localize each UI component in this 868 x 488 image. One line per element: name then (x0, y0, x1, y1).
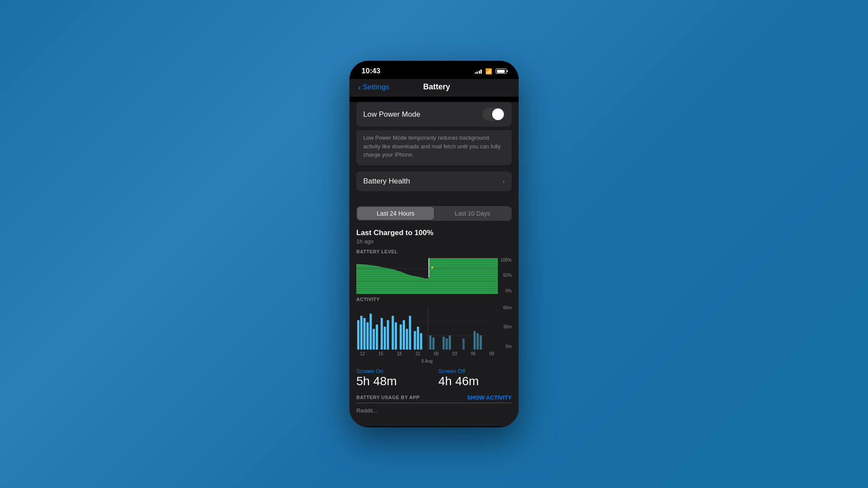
svg-rect-31 (449, 335, 451, 350)
wifi-icon: 📶 (485, 68, 492, 75)
svg-rect-22 (409, 316, 411, 350)
phone-screen: 10:43 📶 ‹ Settings Battery Low Po (349, 61, 519, 427)
battery-health-label: Battery Health (363, 177, 503, 186)
screen-off-stat: Screen Off 4h 46m (438, 368, 512, 388)
battery-chart: ⚡ (356, 256, 498, 295)
battery-usage-label: BATTERY USAGE BY APP (356, 395, 420, 400)
back-chevron-icon: ‹ (358, 83, 361, 92)
x-label-06: 06 (467, 351, 479, 356)
svg-rect-7 (357, 320, 359, 350)
battery-chart-section: BATTERY LEVEL (349, 247, 519, 295)
svg-rect-10 (366, 322, 368, 350)
low-power-row: Low Power Mode (356, 102, 512, 127)
screen-on-value: 5h 48m (356, 374, 430, 388)
x-label-18: 18 (393, 351, 405, 356)
svg-rect-16 (387, 320, 389, 350)
activity-y-labels: 60m 30m 0m (498, 304, 512, 350)
battery-y-labels: 100% 50% 0% (498, 256, 512, 295)
signal-icon (475, 69, 482, 74)
status-icons: 📶 (475, 68, 507, 75)
screen-off-value: 4h 46m (438, 374, 512, 388)
svg-rect-11 (370, 314, 372, 350)
svg-rect-18 (395, 322, 397, 350)
nav-bar: ‹ Settings Battery (349, 79, 519, 97)
status-time: 10:43 (362, 67, 380, 75)
y-label-0: 0% (506, 288, 512, 293)
svg-rect-21 (406, 329, 408, 350)
battery-health-row[interactable]: Battery Health › (356, 171, 512, 191)
svg-rect-23 (414, 331, 416, 350)
svg-rect-19 (400, 324, 402, 350)
svg-rect-17 (392, 316, 394, 350)
screen-off-label: Screen Off (438, 368, 512, 374)
svg-rect-30 (446, 338, 448, 350)
svg-rect-24 (417, 327, 419, 350)
tab-selector: Last 24 Hours Last 10 Days (356, 206, 512, 221)
svg-rect-33 (473, 331, 476, 350)
low-power-toggle[interactable] (483, 108, 505, 121)
battery-icon (496, 69, 506, 74)
date-text: 6 Aug (421, 359, 433, 364)
date-label: 6 Aug (356, 357, 498, 364)
charged-section: Last Charged to 100% 1h ago (349, 224, 519, 247)
svg-rect-28 (432, 337, 434, 350)
y-label-0m: 0m (506, 344, 512, 349)
y-label-60m: 60m (503, 305, 512, 310)
svg-text:⚡: ⚡ (430, 265, 435, 270)
activity-chart-section: ACTIVITY (349, 295, 519, 364)
svg-rect-15 (384, 327, 386, 350)
svg-rect-20 (403, 320, 405, 350)
low-power-description: Low Power Mode temporarily reduces backg… (356, 130, 512, 165)
tab-section: Last 24 Hours Last 10 Days (356, 206, 512, 221)
page-title: Battery (389, 82, 484, 92)
charged-subtitle: 1h ago (356, 238, 512, 245)
x-label-15: 15 (375, 351, 387, 356)
low-power-label: Low Power Mode (363, 110, 483, 119)
app-name: Reddit... (356, 407, 377, 414)
x-label-09: 09 (486, 351, 498, 356)
x-label-00: 00 (430, 351, 442, 356)
battery-health-section[interactable]: Battery Health › (356, 171, 512, 191)
svg-rect-34 (477, 333, 479, 350)
svg-rect-25 (420, 333, 422, 350)
tab-24h[interactable]: Last 24 Hours (357, 207, 434, 220)
toggle-knob (492, 108, 504, 120)
screen-on-label: Screen On (356, 368, 430, 374)
app-usage-row: Reddit... (349, 401, 519, 416)
svg-rect-14 (381, 318, 383, 350)
activity-label: ACTIVITY (356, 297, 512, 302)
spacer-top (349, 97, 519, 102)
svg-rect-32 (463, 338, 465, 350)
battery-usage-section: BATTERY USAGE BY APP SHOW ACTIVITY (349, 392, 519, 401)
svg-rect-9 (363, 318, 365, 350)
svg-rect-8 (360, 316, 362, 350)
y-label-100: 100% (500, 258, 512, 262)
show-activity-button[interactable]: SHOW ACTIVITY (467, 394, 512, 401)
screen-stats: Screen On 5h 48m Screen Off 4h 46m (349, 364, 519, 392)
chevron-right-icon: › (503, 178, 505, 185)
y-label-50: 50% (503, 273, 512, 278)
svg-rect-35 (480, 335, 482, 350)
status-bar: 10:43 📶 (349, 61, 519, 79)
x-label-12: 12 (356, 351, 368, 356)
battery-level-label: BATTERY LEVEL (356, 249, 512, 254)
charged-title: Last Charged to 100% (356, 229, 512, 237)
svg-rect-29 (443, 337, 445, 350)
svg-rect-27 (429, 335, 431, 350)
scroll-content: Low Power Mode Low Power Mode temporaril… (349, 97, 519, 426)
svg-rect-12 (373, 329, 375, 350)
tab-10d[interactable]: Last 10 Days (434, 207, 511, 220)
x-label-21: 21 (412, 351, 424, 356)
activity-chart (356, 307, 498, 350)
low-power-section: Low Power Mode (356, 102, 512, 127)
svg-rect-13 (376, 324, 378, 350)
screen-on-stat: Screen On 5h 48m (356, 368, 430, 388)
x-axis-labels: 12 15 18 21 00 03 06 09 (356, 350, 498, 356)
back-button[interactable]: ‹ Settings (358, 83, 389, 92)
back-label: Settings (363, 83, 389, 92)
x-label-03: 03 (449, 351, 461, 356)
y-label-30m: 30m (503, 324, 512, 329)
